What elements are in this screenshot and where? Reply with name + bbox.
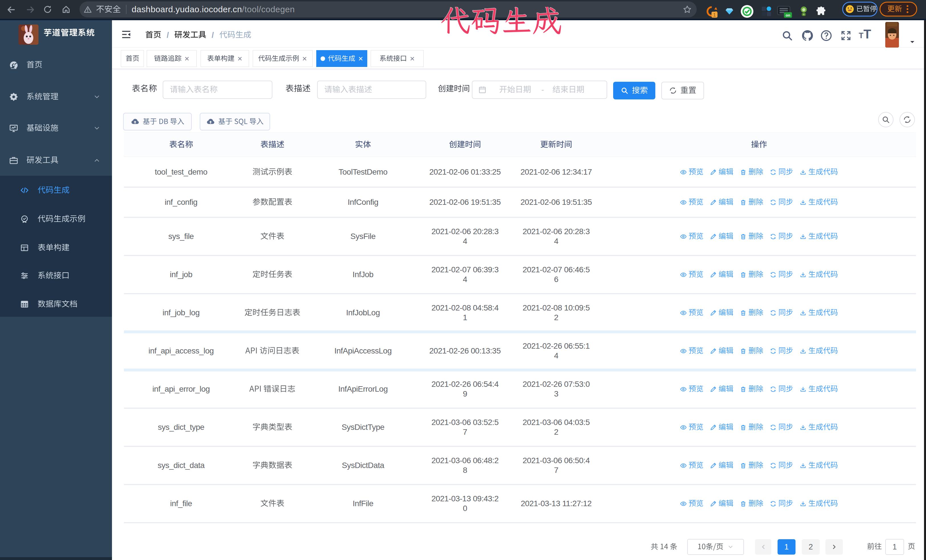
svg-text:on: on [785, 13, 790, 17]
svg-text:1: 1 [713, 12, 716, 18]
